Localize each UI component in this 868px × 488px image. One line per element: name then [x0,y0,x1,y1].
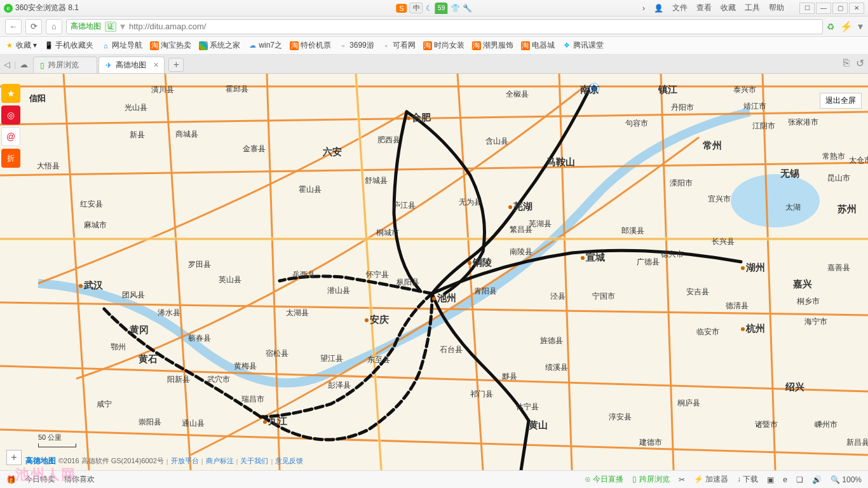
bookmark-item[interactable]: 淘潮男服饰 [472,40,513,51]
bookmark-label: 系统之家 [210,40,240,51]
side-zhe-button[interactable]: 折 [1,149,20,168]
home-button[interactable]: ⌂ [46,19,62,34]
tab-crossscreen[interactable]: ▯ 跨屏浏览 [33,57,97,73]
status-left-0[interactable]: 今日特卖 [25,474,55,485]
bookmark-label: 3699游 [349,40,374,51]
bookmark-item[interactable]: ▫3699游 [339,40,374,51]
bookmark-item[interactable]: 淘特价机票 [290,40,331,51]
bookmark-item[interactable]: 淘淘宝热卖 [150,40,191,51]
status-item[interactable]: e [783,475,787,484]
tool-icon[interactable]: 👕 [451,4,460,13]
bookmark-item[interactable]: ⌂网址导航 [101,40,142,51]
sogou-icon[interactable]: S [396,4,407,13]
scale-bar: 50 公里 [38,433,76,447]
titlebar-more-icon[interactable]: › [642,4,645,13]
bookmark-item[interactable]: 淘电器城 [521,40,555,51]
side-at-button[interactable]: @ [1,127,20,146]
link-merchant[interactable]: 商户标注 [206,456,234,466]
amap-icon: ✈ [105,61,112,70]
svg-point-1 [731,174,820,227]
status-item[interactable]: ❏ [796,475,803,484]
url-input-wrap[interactable]: 高德地图 证 ▾ [66,19,823,34]
bookmark-icon: 淘 [521,41,530,50]
bookmark-item[interactable]: 淘时尚女装 [423,40,465,51]
link-about[interactable]: 关于我们 [240,456,268,466]
bookmark-item[interactable]: ❖腾讯课堂 [562,40,604,51]
menu-help[interactable]: 帮助 [769,3,784,13]
eco-icon[interactable]: ♻ [827,22,835,32]
tab-bar: ◁ | ☁ ▯ 跨屏浏览 ✈ 高德地图 ✕ + ⎘ ↺ [0,55,868,74]
amap-logo: 高德地图 [25,456,56,466]
link-open-platform[interactable]: 开放平台 [171,456,199,466]
bookmark-item[interactable]: ☁win7之 [248,40,282,51]
map-svg [0,74,868,470]
bookmark-icon: ▫ [339,41,348,50]
bookmark-icon: ⌂ [101,41,110,50]
tab-cloud-icon[interactable]: ☁ [20,60,28,69]
side-fav-button[interactable]: ★ [1,84,20,103]
status-bar: 🎁 今日特卖 猜你喜欢 ⊙ 今日直播▯ 跨屏浏览✂⚡ 加速器↓ 下载▣e❏🔊🔍 … [0,470,868,488]
link-feedback[interactable]: 意见反馈 [275,456,303,466]
window-max-button[interactable]: ▢ [832,3,848,14]
url-input[interactable] [129,22,818,31]
scale-label: 50 公里 [38,433,62,441]
new-tab-button[interactable]: + [168,58,184,72]
zoom-in-button[interactable]: + [6,450,22,465]
bookmark-label: 可看网 [393,40,416,51]
bookmark-label: 腾讯课堂 [573,40,604,51]
status-item[interactable]: 🔊 [812,475,822,484]
app-title: 360安全浏览器 8.1 [15,3,79,13]
bookmark-label: 特价机票 [301,40,331,51]
bookmark-label: 时尚女装 [434,40,465,51]
ime-indicator[interactable]: 中 [410,3,423,13]
map-credits: 高德地图 ©2016 高德软件 GS(2014)6002号 | 开放平台 | 商… [25,456,303,466]
bookmark-icon: 淘 [290,41,299,50]
score-pill[interactable]: 59 [435,3,448,14]
tab-amap[interactable]: ✈ 高德地图 ✕ [98,57,165,73]
side-weibo-button[interactable]: ◎ [1,105,20,125]
tab-close-icon[interactable]: ✕ [153,61,159,69]
menu-fav[interactable]: 收藏 [721,3,736,13]
tab-history-back-icon[interactable]: ◁ [4,60,10,69]
tab-undo-icon[interactable]: ↺ [856,57,864,69]
status-item[interactable]: ↓ 下载 [737,474,758,485]
bookmark-label: 收藏 ▾ [16,40,37,51]
window-min-button[interactable]: — [816,3,831,14]
menu-view[interactable]: 查看 [696,3,712,13]
status-item[interactable]: ✂ [679,475,685,484]
bookmark-label: 网址导航 [112,40,142,51]
user-icon[interactable]: 👤 [654,4,663,13]
bookmark-item[interactable]: 📱手机收藏夹 [44,40,93,51]
tab-restore-icon[interactable]: ⎘ [843,57,850,69]
gift-icon[interactable]: 🎁 [6,475,16,484]
current-location-dot [590,84,599,93]
lightning-icon[interactable]: ⚡ [840,20,853,32]
back-button[interactable]: ← [5,19,22,34]
status-left-1[interactable]: 猜你喜欢 [64,474,95,485]
status-item[interactable]: 🔍 100% [831,475,862,484]
status-item[interactable]: ⚡ 加速器 [694,474,728,485]
bookmark-item[interactable]: ★收藏 ▾ [5,40,37,51]
status-item[interactable]: ⊙ 今日直播 [585,474,623,485]
bookmark-item[interactable]: ▫可看网 [382,40,416,51]
site-identity-label: 高德地图 [71,21,101,32]
bookmark-item[interactable]: 系统之家 [199,40,240,51]
bookmark-label: 手机收藏夹 [55,40,93,51]
status-item[interactable]: ▣ [767,475,774,484]
wrench-icon[interactable]: 🔧 [463,4,472,13]
menu-tool[interactable]: 工具 [745,3,760,13]
dropdown-icon[interactable]: ▾ [120,20,125,32]
status-item[interactable]: ▯ 跨屏浏览 [632,474,669,485]
window-tab-button[interactable]: ☐ [799,3,815,14]
menu-file[interactable]: 文件 [672,3,688,13]
url-menu-icon[interactable]: ▾ [858,20,863,32]
map-canvas[interactable] [0,74,868,470]
bookmark-icon: 📱 [44,41,53,50]
tab-label: 高德地图 [116,60,146,71]
window-close-button[interactable]: ✕ [849,3,864,14]
moon-icon[interactable]: ☾ [426,4,433,13]
city-label-xinyang: 信阳 [29,93,46,104]
reload-button[interactable]: ⟳ [25,19,42,34]
exit-fullscreen-button[interactable]: 退出全屏 [820,93,862,109]
bookmark-icon: 淘 [150,41,159,50]
